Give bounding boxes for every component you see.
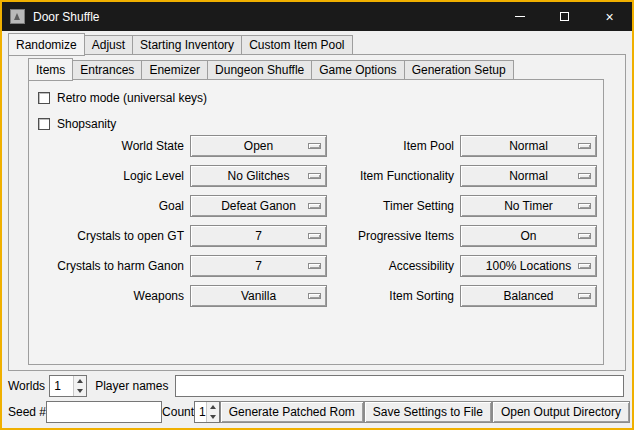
arrow-down-icon	[210, 415, 216, 419]
arrow-down-icon	[77, 389, 83, 393]
goal-label: Goal	[32, 195, 190, 217]
logic-level-label: Logic Level	[32, 165, 190, 187]
item-pool-label: Item Pool	[327, 135, 460, 157]
seed-row: Seed # Count 1 Generate Patched Rom Save…	[8, 401, 624, 423]
item-sorting-label: Item Sorting	[327, 285, 460, 307]
weapons-label: Weapons	[32, 285, 190, 307]
secondary-tab-bar: Items Entrances Enemizer Dungeon Shuffle…	[28, 58, 514, 80]
progressive-items-label: Progressive Items	[327, 225, 460, 247]
primary-tab-bar: Randomize Adjust Starting Inventory Cust…	[8, 33, 353, 55]
logic-level-dropdown[interactable]: No Glitches	[190, 165, 327, 187]
app-window: Door Shuffle × Randomize Adjust Starting…	[0, 0, 634, 430]
minimize-icon	[515, 16, 525, 17]
world-state-dropdown[interactable]: Open	[190, 135, 327, 157]
count-spin-arrows	[206, 402, 219, 422]
crystals-gt-label: Crystals to open GT	[32, 225, 190, 247]
worlds-spin-down[interactable]	[74, 386, 86, 396]
close-button[interactable]: ×	[587, 2, 632, 31]
dropdown-indicator-icon	[578, 263, 591, 269]
progressive-items-dropdown[interactable]: On	[460, 225, 597, 247]
item-functionality-label: Item Functionality	[327, 165, 460, 187]
item-pool-dropdown[interactable]: Normal	[460, 135, 597, 157]
seed-input[interactable]	[46, 401, 162, 423]
dropdown-indicator-icon	[308, 293, 321, 299]
dropdown-indicator-icon	[578, 233, 591, 239]
item-functionality-dropdown[interactable]: Normal	[460, 165, 597, 187]
dropdown-indicator-icon	[578, 143, 591, 149]
tab-generation-setup[interactable]: Generation Setup	[404, 60, 514, 80]
tab-game-options[interactable]: Game Options	[311, 60, 403, 80]
tab-items[interactable]: Items	[28, 58, 73, 81]
minimize-button[interactable]	[497, 2, 542, 31]
window-controls: ×	[497, 2, 632, 31]
dropdown-indicator-icon	[308, 203, 321, 209]
worlds-spin-up[interactable]	[74, 376, 86, 386]
worlds-label: Worlds	[8, 375, 45, 397]
goal-dropdown[interactable]: Defeat Ganon	[190, 195, 327, 217]
tab-adjust[interactable]: Adjust	[85, 35, 132, 55]
shopsanity-checkbox[interactable]: Shopsanity	[38, 113, 116, 135]
checkbox-icon	[38, 118, 50, 130]
dropdown-indicator-icon	[308, 263, 321, 269]
worlds-row: Worlds 1 Player names	[8, 375, 624, 397]
count-label: Count	[162, 401, 194, 423]
seed-label: Seed #	[8, 401, 46, 423]
close-icon: ×	[605, 10, 613, 24]
dropdown-indicator-icon	[578, 173, 591, 179]
accessibility-label: Accessibility	[327, 255, 460, 277]
player-names-input[interactable]	[175, 375, 625, 397]
dropdown-indicator-icon	[578, 293, 591, 299]
maximize-icon	[560, 12, 569, 21]
count-spin-up[interactable]	[207, 402, 219, 412]
retro-mode-checkbox[interactable]: Retro mode (universal keys)	[38, 87, 207, 109]
tab-custom-item-pool[interactable]: Custom Item Pool	[241, 35, 352, 55]
count-spinbox[interactable]: 1	[194, 401, 220, 423]
titlebar: Door Shuffle ×	[2, 2, 632, 31]
retro-mode-label: Retro mode (universal keys)	[57, 87, 207, 109]
window-content: Randomize Adjust Starting Inventory Cust…	[2, 31, 632, 428]
crystals-gt-dropdown[interactable]: 7	[190, 225, 327, 247]
weapons-dropdown[interactable]: Vanilla	[190, 285, 327, 307]
item-sorting-dropdown[interactable]: Balanced	[460, 285, 597, 307]
tab-enemizer[interactable]: Enemizer	[141, 60, 207, 80]
app-icon	[10, 9, 25, 24]
shopsanity-label: Shopsanity	[57, 113, 116, 135]
window-title: Door Shuffle	[33, 10, 100, 24]
checkbox-icon	[38, 92, 50, 104]
player-names-label: Player names	[95, 375, 168, 397]
worlds-spin-arrows	[73, 376, 86, 396]
world-state-label: World State	[32, 135, 190, 157]
crystals-ganon-label: Crystals to harm Ganon	[32, 255, 190, 277]
dropdown-indicator-icon	[308, 233, 321, 239]
dropdown-indicator-icon	[308, 143, 321, 149]
save-settings-button[interactable]: Save Settings to File	[364, 401, 492, 423]
tab-randomize[interactable]: Randomize	[8, 33, 85, 56]
maximize-button[interactable]	[542, 2, 587, 31]
open-output-directory-button[interactable]: Open Output Directory	[492, 401, 630, 423]
tab-entrances[interactable]: Entrances	[73, 60, 141, 80]
dropdown-indicator-icon	[578, 203, 591, 209]
dropdown-indicator-icon	[308, 173, 321, 179]
accessibility-dropdown[interactable]: 100% Locations	[460, 255, 597, 277]
generate-patched-rom-button[interactable]: Generate Patched Rom	[220, 401, 364, 423]
tab-starting-inventory[interactable]: Starting Inventory	[132, 35, 241, 55]
arrow-up-icon	[210, 405, 216, 409]
timer-setting-dropdown[interactable]: No Timer	[460, 195, 597, 217]
tab-dungeon-shuffle[interactable]: Dungeon Shuffle	[207, 60, 311, 80]
arrow-up-icon	[77, 379, 83, 383]
options-grid: World State Open Item Pool Normal Logic …	[32, 135, 597, 307]
count-spin-down[interactable]	[207, 412, 219, 422]
worlds-spinbox[interactable]: 1	[49, 375, 87, 397]
timer-setting-label: Timer Setting	[327, 195, 460, 217]
crystals-ganon-dropdown[interactable]: 7	[190, 255, 327, 277]
